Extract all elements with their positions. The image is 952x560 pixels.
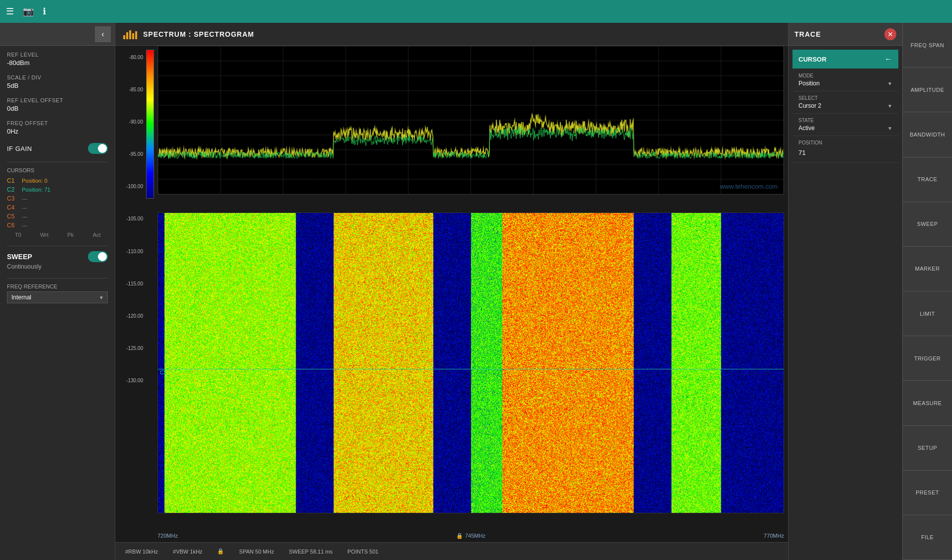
trace-content: CURSOR ← MODE Position ▼ SELECT Cursor 2… bbox=[789, 46, 902, 560]
freq-ref-select-wrapper: Internal External GPS bbox=[7, 291, 108, 303]
state-value-row[interactable]: Active ▼ bbox=[798, 125, 892, 132]
scale-div-section: SCALE / DIV 5dB bbox=[7, 74, 108, 89]
lock-icon-bottom: 🔒 bbox=[217, 548, 224, 555]
cursor-col-t0: T0 bbox=[7, 232, 29, 238]
points-label: POINTS 501 bbox=[347, 549, 378, 555]
mode-value-row[interactable]: Position ▼ bbox=[798, 80, 892, 87]
cursors-section: CURSORS C1 Position: 0 C2 Position: 71 C… bbox=[7, 162, 108, 238]
y-label-110: -110.00 bbox=[126, 249, 143, 254]
position-value[interactable]: 71 bbox=[798, 147, 892, 158]
svg-rect-3 bbox=[132, 33, 134, 39]
sweep-subtitle: Continuously bbox=[7, 263, 108, 270]
freq-label-left: 720MHz bbox=[158, 533, 366, 539]
far-right-limit[interactable]: LIMIT bbox=[903, 291, 952, 336]
spectrogram-chart[interactable]: C2 bbox=[158, 212, 784, 513]
y-label-100: -100.00 bbox=[126, 184, 143, 189]
colorbar bbox=[146, 50, 154, 199]
cursor-c6-row: C6 --- bbox=[7, 221, 108, 230]
sidebar-header: ‹ bbox=[0, 23, 115, 46]
y-label-80: -80.00 bbox=[129, 55, 143, 60]
cursor-c2-name: C2 bbox=[7, 186, 18, 193]
y-axis: -80.00 -85.00 -90.00 -95.00 -100.00 -105… bbox=[115, 50, 145, 542]
state-label: STATE bbox=[798, 118, 892, 123]
scale-div-label: SCALE / DIV bbox=[7, 74, 108, 80]
select-value-row[interactable]: Cursor 2 ▼ bbox=[798, 102, 892, 109]
trace-close-button[interactable]: ✕ bbox=[884, 28, 896, 40]
span-label: SPAN 50 MHz bbox=[239, 549, 274, 555]
sweep-toggle[interactable] bbox=[88, 251, 108, 262]
far-right-bandwidth[interactable]: BANDWIDTH bbox=[903, 112, 952, 157]
cursor-c4-row: C4 --- bbox=[7, 203, 108, 212]
cursor-c2-row: C2 Position: 71 bbox=[7, 185, 108, 194]
cursor-c2-chart-label: C2 bbox=[160, 370, 166, 375]
freq-label-right: 770MHz bbox=[575, 533, 784, 539]
cursor-c4-value: --- bbox=[22, 205, 108, 210]
cursor-nav-item[interactable]: CURSOR ← bbox=[793, 50, 898, 69]
cursor-c5-row: C5 --- bbox=[7, 212, 108, 221]
y-label-85: -85.00 bbox=[129, 87, 143, 92]
spectrum-title: SPECTRUM : SPECTROGRAM bbox=[143, 30, 254, 38]
mode-value: Position bbox=[798, 80, 820, 87]
cursor-c5-value: --- bbox=[22, 213, 108, 219]
svg-rect-2 bbox=[129, 30, 131, 39]
spectrum-chart[interactable]: www.tehencom.com bbox=[158, 46, 784, 195]
center-content: SPECTRUM : SPECTROGRAM -80.00 -85.00 -90… bbox=[115, 23, 788, 560]
cursor-c1-name: C1 bbox=[7, 177, 18, 184]
far-right-file[interactable]: FILE bbox=[903, 515, 952, 560]
ref-level-section: REF LEVEL -80dBm bbox=[7, 52, 108, 67]
y-label-90: -90.00 bbox=[129, 119, 143, 125]
freq-offset-value: 0Hz bbox=[7, 128, 108, 135]
cursor-c6-value: --- bbox=[22, 222, 108, 228]
far-right-setup[interactable]: SETUP bbox=[903, 426, 952, 471]
scale-div-value: 5dB bbox=[7, 82, 108, 89]
freq-ref-title: FREQ REFERENCE bbox=[7, 283, 108, 289]
far-right-measure[interactable]: MEASURE bbox=[903, 381, 952, 425]
far-right-trace[interactable]: TRACE bbox=[903, 157, 952, 202]
trace-panel: TRACE ✕ CURSOR ← MODE Position ▼ SELECT … bbox=[788, 23, 902, 560]
freq-ref-select[interactable]: Internal External GPS bbox=[7, 291, 108, 303]
far-right-preset[interactable]: PRESET bbox=[903, 471, 952, 515]
ref-level-offset-label: REF LEVEL OFFSET bbox=[7, 97, 108, 103]
select-field: SELECT Cursor 2 ▼ bbox=[793, 91, 898, 114]
select-label: SELECT bbox=[798, 95, 892, 101]
ref-level-offset-value: 0dB bbox=[7, 105, 108, 112]
cursor-c2-value: Position: 71 bbox=[22, 187, 108, 193]
cursor-nav-label: CURSOR bbox=[798, 56, 826, 63]
ref-level-offset-section: REF LEVEL OFFSET 0dB bbox=[7, 97, 108, 112]
camera-icon[interactable]: 📷 bbox=[23, 6, 34, 17]
far-right-trigger[interactable]: TRIGGER bbox=[903, 336, 952, 381]
sidebar-back-button[interactable]: ‹ bbox=[95, 26, 111, 42]
if-gain-label: IF GAIN bbox=[7, 145, 32, 152]
cursors-title: CURSORS bbox=[7, 167, 108, 173]
state-dropdown-icon: ▼ bbox=[887, 126, 892, 131]
y-label-120: -120.00 bbox=[126, 313, 143, 319]
info-icon[interactable]: ℹ bbox=[43, 6, 46, 17]
freq-reference-section: FREQ REFERENCE Internal External GPS bbox=[7, 278, 108, 303]
if-gain-toggle[interactable] bbox=[88, 143, 108, 154]
menu-icon[interactable]: ☰ bbox=[6, 6, 14, 17]
sweep-label: SWEEP 58.11 ms bbox=[289, 549, 332, 555]
if-gain-section: IF GAIN bbox=[7, 143, 108, 154]
cursor-nav-arrow: ← bbox=[884, 55, 892, 64]
cursor-c6-name: C6 bbox=[7, 222, 18, 229]
spectrum-icon bbox=[123, 29, 137, 39]
far-right-freq-span[interactable]: FREQ SPAN bbox=[903, 23, 952, 68]
topbar: ☰ 📷 ℹ bbox=[0, 0, 952, 23]
far-right-marker[interactable]: MARKER bbox=[903, 247, 952, 291]
mode-field: MODE Position ▼ bbox=[793, 69, 898, 91]
left-sidebar: ‹ REF LEVEL -80dBm SCALE / DIV 5dB REF L… bbox=[0, 23, 115, 560]
freq-offset-label: FREQ OFFSET bbox=[7, 120, 108, 126]
select-dropdown-icon: ▼ bbox=[887, 103, 892, 109]
far-right-menu: FREQ SPAN AMPLITUDE BANDWIDTH TRACE SWEE… bbox=[902, 23, 952, 560]
cursor-c3-value: --- bbox=[22, 196, 108, 202]
cursor-c5-name: C5 bbox=[7, 213, 18, 220]
ref-level-label: REF LEVEL bbox=[7, 52, 108, 58]
sweep-title: SWEEP bbox=[7, 253, 32, 261]
far-right-sweep[interactable]: SWEEP bbox=[903, 202, 952, 247]
far-right-amplitude[interactable]: AMPLITUDE bbox=[903, 68, 952, 112]
sidebar-content: REF LEVEL -80dBm SCALE / DIV 5dB REF LEV… bbox=[0, 46, 115, 560]
y-label-95: -95.00 bbox=[129, 151, 143, 157]
cursor-c1-value: Position: 0 bbox=[22, 178, 108, 184]
lock-icon-1: 🔒 bbox=[456, 533, 463, 539]
watermark: www.tehencom.com bbox=[720, 183, 778, 190]
